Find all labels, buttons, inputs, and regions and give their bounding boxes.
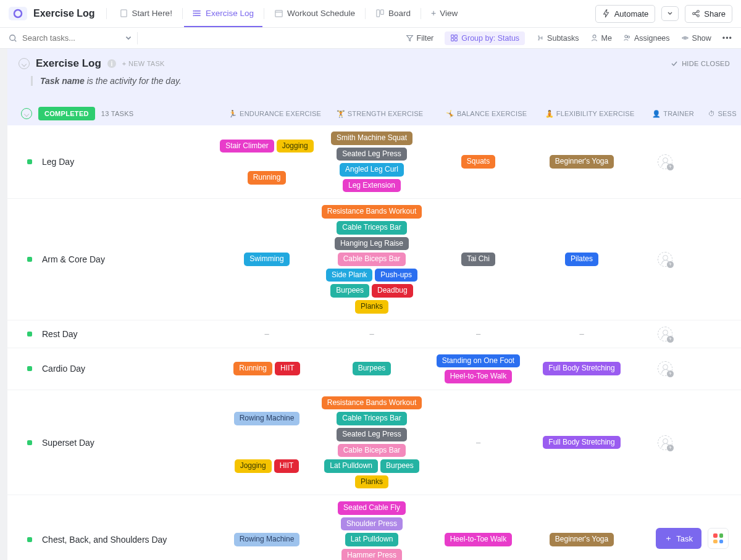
exercise-tag[interactable]: HIIT (274, 459, 299, 473)
strength-cell[interactable]: Resistance Bands WorkoutCable Triceps Ba… (316, 204, 427, 314)
exercise-tag[interactable]: Full Body Stretching (543, 362, 620, 375)
flexibility-cell[interactable]: Full Body Stretching (529, 395, 634, 490)
strength-cell[interactable]: – (316, 325, 427, 343)
task-name-cell[interactable]: Chest, Back, and Shoulders Day (7, 500, 217, 560)
exercise-tag[interactable]: Hanging Leg Raise (335, 237, 409, 251)
task-row[interactable]: Rest Day – – – – + (7, 320, 741, 348)
tab-board[interactable]: Board (367, 0, 419, 27)
tab-exercise-log[interactable]: Exercise Log (184, 0, 262, 27)
endurance-cell[interactable]: RunningHIIT (217, 353, 316, 385)
exercise-tag[interactable]: Seated Cable Fly (338, 501, 406, 515)
new-task-fab[interactable]: ＋ Task (656, 528, 701, 549)
exercise-tag[interactable]: Beginner's Yoga (550, 533, 614, 546)
exercise-tag[interactable]: Pilates (565, 253, 598, 266)
search-input[interactable] (22, 33, 103, 43)
me-button[interactable]: Me (590, 34, 612, 43)
balance-cell[interactable]: – (427, 325, 529, 343)
strength-cell[interactable]: Resistance Bands WorkoutCable Triceps Ba… (316, 395, 427, 490)
automate-dropdown[interactable] (661, 6, 679, 21)
exercise-tag[interactable]: Resistance Bands Workout (322, 205, 422, 219)
strength-cell[interactable]: Smith Machine SquatSeated Leg PressAngle… (316, 130, 427, 193)
task-name-cell[interactable]: Cardio Day (7, 353, 217, 385)
balance-cell[interactable]: Tai Chi (427, 204, 529, 314)
flexibility-cell[interactable]: Pilates (529, 204, 634, 314)
exercise-tag[interactable]: Heel-to-Toe Walk (445, 533, 513, 546)
exercise-tag[interactable]: Cable Biceps Bar (338, 253, 406, 266)
endurance-cell[interactable]: Rowing MachineJoggingHIIT (217, 395, 316, 490)
balance-cell[interactable]: Squats (427, 130, 529, 193)
exercise-tag[interactable]: Jogging (235, 459, 272, 473)
app-logo[interactable] (9, 7, 27, 20)
flexibility-cell[interactable]: – (529, 325, 634, 343)
group-status-badge[interactable]: COMPLETED (38, 107, 95, 120)
trainer-cell[interactable]: + (634, 204, 696, 314)
exercise-tag[interactable]: Rowing Machine (234, 533, 300, 546)
apps-button[interactable] (708, 528, 729, 549)
endurance-cell[interactable]: Swimming (217, 204, 316, 314)
endurance-cell[interactable]: Rowing Machine (217, 500, 316, 560)
group-by-button[interactable]: Group by: Status (445, 31, 525, 45)
exercise-tag[interactable]: Cable Biceps Bar (338, 444, 406, 458)
exercise-tag[interactable]: Planks (355, 300, 388, 314)
exercise-tag[interactable]: HIIT (275, 362, 300, 375)
exercise-tag[interactable]: Leg Extension (343, 179, 401, 193)
assignees-button[interactable]: Assignees (623, 34, 670, 43)
trainer-cell[interactable]: + (634, 353, 696, 385)
task-row[interactable]: Leg Day Stair ClimberJoggingRunning Smit… (7, 125, 741, 198)
col-flexibility[interactable]: 🧘 FLEXIBILITY EXERCISE (537, 110, 642, 118)
task-name-cell[interactable]: Arm & Core Day (7, 204, 217, 314)
new-task-button[interactable]: + NEW TASK (122, 60, 165, 67)
exercise-tag[interactable]: Stair Climber (220, 140, 274, 153)
strength-cell[interactable]: Burpees (316, 353, 427, 385)
flexibility-cell[interactable]: Beginner's Yoga (529, 130, 634, 193)
exercise-tag[interactable]: Rowing Machine (234, 412, 300, 425)
exercise-tag[interactable]: Deadbug (372, 284, 413, 298)
trainer-cell[interactable]: + (634, 395, 696, 490)
col-endurance[interactable]: 🏃 ENDURANCE EXERCISE (225, 110, 324, 118)
tab-start-here[interactable]: Start Here! (111, 0, 181, 27)
info-icon[interactable]: i (107, 59, 116, 68)
flexibility-cell[interactable]: Beginner's Yoga (529, 500, 634, 560)
exercise-tag[interactable]: Side Plank (326, 269, 372, 282)
exercise-tag[interactable]: Running (233, 362, 272, 375)
share-button[interactable]: Share (685, 5, 732, 23)
exercise-tag[interactable]: Burpees (330, 284, 369, 298)
exercise-tag[interactable]: Cable Triceps Bar (337, 221, 406, 235)
assignee-placeholder[interactable]: + (658, 327, 672, 341)
flexibility-cell[interactable]: Full Body Stretching (529, 353, 634, 385)
trainer-cell[interactable]: + (634, 325, 696, 343)
show-button[interactable]: Show (681, 34, 711, 43)
balance-cell[interactable]: Standing on One FootHeel-to-Toe Walk (427, 353, 529, 385)
exercise-tag[interactable]: Running (248, 171, 287, 185)
endurance-cell[interactable]: Stair ClimberJoggingRunning (217, 130, 316, 193)
col-strength[interactable]: 🏋️ STRENGTH EXERCISE (324, 110, 435, 118)
assignee-placeholder[interactable]: + (658, 154, 672, 169)
exercise-tag[interactable]: Beginner's Yoga (550, 155, 614, 169)
assignee-placeholder[interactable]: + (658, 435, 672, 450)
endurance-cell[interactable]: – (217, 325, 316, 343)
task-name-cell[interactable]: Rest Day (7, 325, 217, 343)
exercise-tag[interactable]: Full Body Stretching (543, 436, 620, 449)
exercise-tag[interactable]: Burpees (353, 362, 391, 375)
balance-cell[interactable]: Heel-to-Toe Walk (427, 500, 529, 560)
col-trainer[interactable]: 👤 TRAINER (642, 110, 704, 118)
assignee-placeholder[interactable]: + (658, 361, 672, 376)
collapse-list-icon[interactable] (19, 58, 30, 69)
chevron-down-icon[interactable] (125, 35, 132, 42)
col-balance[interactable]: 🤸 BALANCE EXERCISE (435, 110, 537, 118)
hide-closed-button[interactable]: HIDE CLOSED (671, 60, 730, 67)
left-rail[interactable] (0, 49, 7, 560)
col-session[interactable]: ⏱ SESS (704, 110, 741, 118)
exercise-tag[interactable]: Standing on One Foot (437, 354, 520, 368)
task-row[interactable]: Arm & Core Day Swimming Resistance Bands… (7, 198, 741, 319)
exercise-tag[interactable]: Cable Triceps Bar (337, 412, 406, 425)
exercise-tag[interactable]: Planks (355, 475, 388, 489)
task-name-cell[interactable]: Superset Day (7, 395, 217, 490)
exercise-tag[interactable]: Seated Leg Press (337, 148, 406, 161)
exercise-tag[interactable]: Heel-to-Toe Walk (445, 370, 513, 383)
task-name-cell[interactable]: Leg Day (7, 130, 217, 193)
exercise-tag[interactable]: Tai Chi (461, 253, 495, 266)
exercise-tag[interactable]: Jogging (277, 140, 314, 153)
exercise-tag[interactable]: Smith Machine Squat (331, 132, 412, 145)
collapse-group-icon[interactable] (21, 108, 32, 119)
